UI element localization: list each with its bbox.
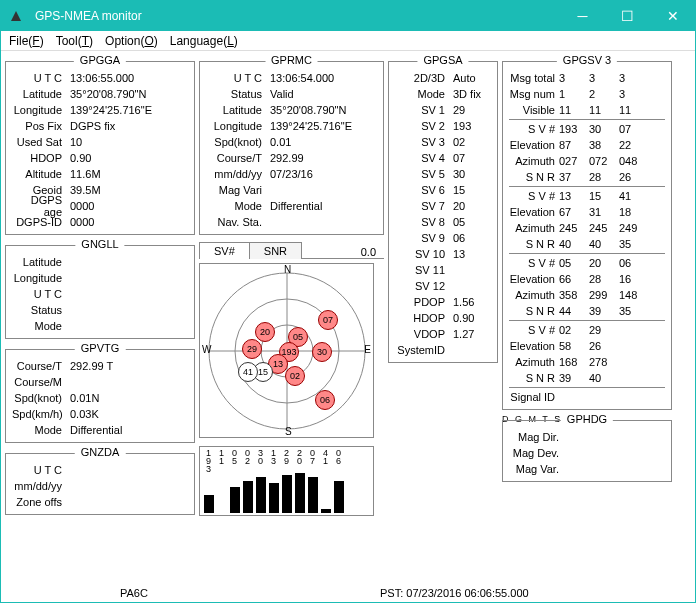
- menu-language[interactable]: Language(L): [164, 32, 244, 50]
- sv-tabs: SV# SNR 0.0: [199, 239, 384, 259]
- footer-device: PA6C: [120, 587, 148, 599]
- sat-07: 07: [318, 310, 338, 330]
- panel-gpgsv: GPGSV 3 Msg total333Msg num123Visible111…: [502, 61, 672, 410]
- skyview: N S E W 07200529193301315410206: [199, 263, 374, 438]
- sat-02: 02: [285, 366, 305, 386]
- tab-snr[interactable]: SNR: [249, 242, 302, 259]
- titlebar: GPS-NMEA monitor ─ ☐ ✕: [1, 1, 695, 31]
- menu-file[interactable]: File(F): [3, 32, 50, 50]
- tab-sv[interactable]: SV#: [199, 242, 250, 259]
- menubar: File(F) Tool(T) Option(O) Language(L): [1, 31, 695, 51]
- window-title: GPS-NMEA monitor: [31, 9, 560, 23]
- panel-gpgsa: GPGSA 2D/3DAutoMode3D fixSV 129SV 2193SV…: [388, 61, 498, 363]
- panel-title: GPHDG: [561, 413, 613, 425]
- sat-30: 30: [312, 342, 332, 362]
- menu-option[interactable]: Option(O): [99, 32, 164, 50]
- panel-title: GPGSV 3: [557, 54, 617, 66]
- menu-tool[interactable]: Tool(T): [50, 32, 99, 50]
- panel-title: GNGLL: [75, 238, 124, 250]
- sat-29: 29: [242, 339, 262, 359]
- footer-timestamp: PST: 07/23/2016 06:06:55.000: [380, 587, 529, 599]
- app-icon: [1, 9, 31, 23]
- sat-41: 41: [238, 362, 258, 382]
- panel-gpgga: GPGGA U T C13:06:55.000 Latitude35°20'08…: [5, 61, 195, 235]
- panel-title: GPRMC: [265, 54, 318, 66]
- close-button[interactable]: ✕: [650, 1, 695, 31]
- panel-title: GPGGA: [74, 54, 126, 66]
- sat-06: 06: [315, 390, 335, 410]
- panel-gngll: GNGLL Latitude Longitude U T C Status Mo…: [5, 245, 195, 339]
- panel-gnzda: GNZDA U T C mm/dd/yy Zone offs: [5, 453, 195, 515]
- panel-gpvtg: GPVTG Course/T292.99 T Course/M Spd(knot…: [5, 349, 195, 443]
- panel-gphdg: GPHDG Mag Dir. Mag Dev. Mag Var.: [502, 420, 672, 482]
- snr-bars: 19311050230132920074106: [199, 446, 374, 516]
- maximize-button[interactable]: ☐: [605, 1, 650, 31]
- panel-gprmc: GPRMC U T C13:06:54.000 StatusValid Lati…: [199, 61, 384, 235]
- panel-title: GPVTG: [75, 342, 126, 354]
- panel-title: GNZDA: [75, 446, 126, 458]
- panel-title: GPGSA: [417, 54, 468, 66]
- snr-value: 0.0: [361, 246, 384, 258]
- sat-20: 20: [255, 322, 275, 342]
- minimize-button[interactable]: ─: [560, 1, 605, 31]
